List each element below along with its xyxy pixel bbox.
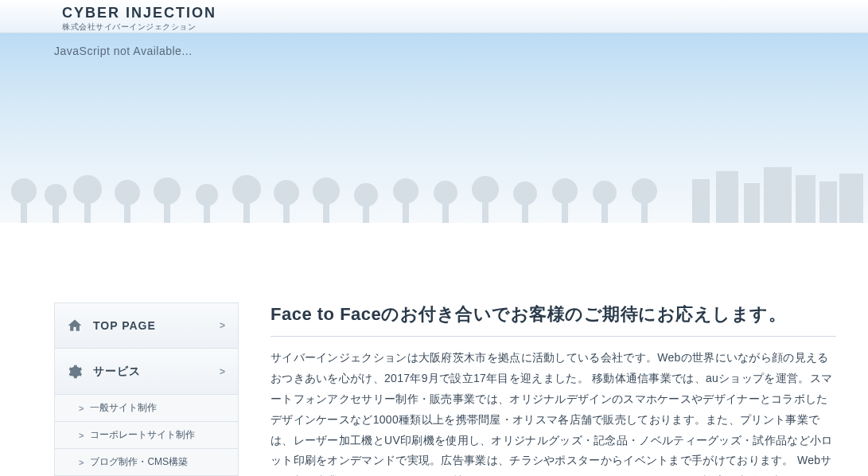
nav-services[interactable]: サービス > bbox=[54, 349, 239, 395]
svg-rect-37 bbox=[764, 167, 792, 223]
svg-rect-5 bbox=[84, 189, 91, 223]
skyline-decoration bbox=[0, 151, 868, 223]
svg-rect-21 bbox=[403, 191, 409, 223]
header: CYBER INJECTION 株式会社サイバーインジェクション bbox=[0, 0, 868, 33]
svg-rect-29 bbox=[562, 191, 568, 223]
chevron-right-icon: > bbox=[220, 366, 225, 377]
sidebar: TOP PAGE > サービス > > 一般サイト制作 > コーポレートサイト制… bbox=[54, 302, 239, 476]
svg-rect-27 bbox=[522, 193, 528, 223]
home-icon bbox=[66, 317, 84, 334]
nav-label: サービス bbox=[93, 365, 141, 379]
sidebar-sub-item[interactable]: > ブログ制作・CMS構築 bbox=[54, 449, 239, 476]
svg-rect-7 bbox=[124, 193, 130, 223]
nav-top-page[interactable]: TOP PAGE > bbox=[54, 302, 239, 349]
sub-item-label: ブログ制作・CMS構築 bbox=[90, 455, 188, 469]
sidebar-sub-item[interactable]: > 一般サイト制作 bbox=[54, 395, 239, 422]
logo-sub: 株式会社サイバーインジェクション bbox=[62, 21, 868, 33]
content-area: TOP PAGE > サービス > > 一般サイト制作 > コーポレートサイト制… bbox=[0, 223, 868, 476]
svg-rect-13 bbox=[243, 189, 250, 223]
chevron-right-icon: > bbox=[79, 458, 84, 467]
svg-rect-33 bbox=[641, 191, 648, 223]
svg-rect-39 bbox=[819, 181, 837, 223]
sub-item-label: コーポレートサイト制作 bbox=[90, 428, 195, 442]
logo-main: CYBER INJECTION bbox=[62, 5, 868, 21]
svg-rect-9 bbox=[164, 191, 170, 223]
svg-rect-11 bbox=[204, 195, 210, 223]
page-headline: Face to Faceのお付き合いでお客様のご期待にお応えします。 bbox=[271, 302, 836, 337]
svg-rect-23 bbox=[442, 193, 449, 223]
svg-rect-25 bbox=[482, 189, 488, 223]
svg-rect-35 bbox=[716, 171, 738, 223]
gear-icon bbox=[66, 363, 84, 380]
chevron-right-icon: > bbox=[220, 320, 225, 331]
svg-rect-40 bbox=[839, 174, 863, 223]
svg-rect-19 bbox=[363, 195, 369, 223]
intro-paragraph: サイバーインジェクションは大阪府茨木市を拠点に活動している会社です。Webの世界… bbox=[271, 348, 836, 476]
sidebar-sub-item[interactable]: > コーポレートサイト制作 bbox=[54, 422, 239, 449]
nav-label: TOP PAGE bbox=[93, 319, 156, 332]
main-content: Face to Faceのお付き合いでお客様のご期待にお応えします。 サイバーイ… bbox=[239, 302, 836, 476]
svg-rect-36 bbox=[744, 183, 760, 223]
svg-rect-38 bbox=[796, 175, 815, 223]
svg-rect-15 bbox=[283, 193, 290, 223]
svg-rect-17 bbox=[323, 191, 329, 223]
hero-banner: JavaScript not Available... bbox=[0, 33, 868, 223]
svg-rect-34 bbox=[692, 179, 710, 223]
svg-rect-1 bbox=[21, 191, 27, 223]
svg-rect-31 bbox=[601, 193, 608, 223]
js-unavailable-message: JavaScript not Available... bbox=[54, 45, 193, 57]
sub-item-label: 一般サイト制作 bbox=[90, 401, 157, 415]
chevron-right-icon: > bbox=[79, 404, 84, 413]
svg-rect-3 bbox=[53, 195, 59, 223]
chevron-right-icon: > bbox=[79, 431, 84, 440]
